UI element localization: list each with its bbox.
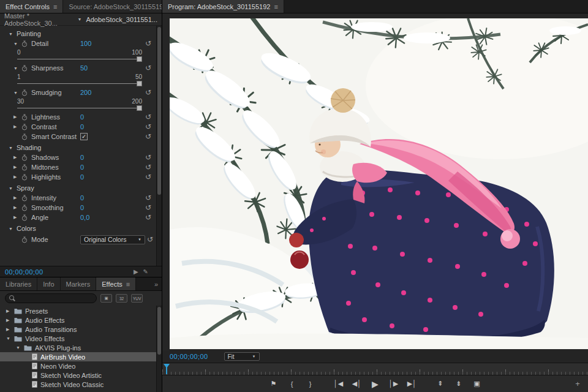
stopwatch-icon[interactable] (21, 124, 31, 130)
param-value[interactable]: 200 (80, 89, 143, 96)
slider-track-row[interactable] (17, 105, 142, 111)
disclosure-triangle-icon[interactable]: ▼ (6, 336, 14, 341)
stopwatch-icon[interactable] (21, 134, 31, 140)
tab-markers[interactable]: Markers (61, 277, 97, 290)
play-icon[interactable]: ▶ (134, 268, 138, 275)
param-row-highlights[interactable]: ▶ Highlights 0 ↺ (0, 172, 156, 182)
tab-program-monitor[interactable]: Program: AdobeStock_301155192 ≡ (162, 0, 284, 13)
panel-menu-icon[interactable]: ≡ (126, 281, 130, 288)
disclosure-triangle-icon[interactable]: ▼ (13, 66, 21, 70)
disclosure-triangle-icon[interactable]: ▼ (9, 227, 17, 231)
fx-tree-item-sketch-video-classic[interactable]: Sketch Video Classic (0, 380, 162, 389)
smart-contrast-checkbox[interactable]: ✓ (80, 133, 88, 140)
param-value[interactable]: 50 (80, 64, 143, 72)
fx-tree-item-airbrush-video[interactable]: AirBrush Video (0, 352, 162, 361)
stopwatch-icon[interactable] (21, 174, 31, 181)
param-row-mode[interactable]: Mode Original Colors ▼ ↺ (0, 233, 156, 246)
panel-overflow-icon[interactable]: » (151, 277, 162, 290)
reset-param-icon[interactable]: ↺ (143, 203, 153, 212)
stopwatch-icon[interactable] (21, 195, 31, 202)
param-row-detail[interactable]: ▼ Detail 100 ↺ (0, 39, 156, 48)
param-value[interactable]: 0 (80, 113, 143, 121)
stopwatch-icon[interactable] (21, 236, 31, 243)
param-row-sharpness[interactable]: ▼ Sharpness 50 ↺ (0, 63, 156, 73)
reset-param-icon[interactable]: ↺ (143, 113, 153, 121)
extract-button[interactable]: ⇟ (451, 378, 466, 390)
stopwatch-icon[interactable] (21, 114, 31, 121)
disclosure-triangle-icon[interactable]: ▼ (13, 42, 21, 46)
stopwatch-icon[interactable] (21, 40, 31, 47)
effects-searchbox[interactable] (5, 293, 97, 303)
disclosure-triangle-icon[interactable]: ▼ (16, 345, 24, 350)
slider-track[interactable] (17, 108, 142, 108)
disclosure-triangle-icon[interactable]: ▶ (6, 318, 14, 323)
mode-select[interactable]: Original Colors ▼ (80, 235, 145, 244)
tab-info[interactable]: Info (37, 277, 60, 290)
param-value[interactable]: 0 (80, 154, 143, 161)
fx-tree-item-audio-effects[interactable]: ▶ Audio Effects (0, 315, 162, 325)
param-row-smudging[interactable]: ▼ Smudging 200 ↺ (0, 88, 156, 97)
disclosure-triangle-icon[interactable]: ▶ (13, 205, 21, 210)
reset-param-icon[interactable]: ↺ (143, 132, 153, 141)
clip-name-label[interactable]: AdobeStock_3011551... (86, 16, 157, 23)
scrollbar-thumb[interactable] (157, 27, 161, 195)
button-editor-button[interactable]: + (572, 378, 583, 390)
param-value[interactable]: 0 (80, 204, 143, 211)
group-row-shading[interactable]: ▼ Shading (0, 143, 156, 153)
slider-track[interactable] (17, 83, 142, 84)
stopwatch-icon[interactable] (21, 164, 31, 171)
disclosure-triangle-icon[interactable]: ▼ (9, 186, 17, 190)
scrollbar-thumb[interactable] (157, 307, 161, 355)
param-value[interactable]: 100 (80, 40, 143, 47)
lift-button[interactable]: ⇞ (432, 378, 448, 390)
fx-tree-item-sketch-video-artistic[interactable]: Sketch Video Artistic (0, 371, 162, 380)
slider-track-row[interactable] (17, 56, 142, 62)
param-row-intensity[interactable]: ▶ Intensity 0 ↺ (0, 193, 156, 203)
disclosure-triangle-icon[interactable]: ▶ (13, 115, 21, 119)
tab-effects[interactable]: Effects ≡ (96, 277, 136, 290)
param-row-midtones[interactable]: ▶ Midtones 0 ↺ (0, 162, 156, 172)
disclosure-triangle-icon[interactable]: ▼ (9, 32, 17, 36)
slider-handle[interactable] (137, 81, 142, 86)
fx-tree-item-presets[interactable]: ▶ Presets (0, 306, 162, 315)
effect-controls-timecode[interactable]: 00;00;00;00 (5, 268, 43, 276)
play-button[interactable]: ▶ (368, 378, 383, 390)
accelerated-effects-badge[interactable]: ▣ (100, 294, 112, 303)
step-forward-button[interactable]: │▶ (386, 378, 401, 390)
clip-disclosure-icon[interactable]: ▼ (77, 17, 81, 21)
tab-source-monitor[interactable]: Source: AdobeStock_301155192.j (63, 0, 162, 13)
zoom-level-select[interactable]: Fit ▼ (224, 352, 260, 361)
stopwatch-icon[interactable] (21, 89, 31, 96)
go-to-out-button[interactable]: ▶│ (404, 378, 420, 390)
panel-menu-icon[interactable]: ≡ (274, 3, 277, 10)
fx-tree-item-audio-transitions[interactable]: ▶ Audio Transitions (0, 325, 162, 334)
playhead[interactable] (164, 364, 171, 375)
reset-param-icon[interactable]: ↺ (143, 153, 153, 162)
param-row-lightness[interactable]: ▶ Lightness 0 ↺ (0, 112, 156, 122)
export-frame-button[interactable]: ▣ (469, 378, 484, 390)
master-clip-label[interactable]: Master * AdobeStock_30... (4, 12, 73, 27)
mark-in-button[interactable]: { (284, 378, 300, 390)
stopwatch-icon[interactable] (21, 214, 31, 221)
fx-tree-item-video-effects[interactable]: ▼ Video Effects (0, 334, 162, 343)
tab-libraries[interactable]: Libraries (0, 277, 37, 290)
disclosure-triangle-icon[interactable]: ▶ (13, 165, 21, 170)
disclosure-triangle-icon[interactable]: ▼ (9, 146, 17, 150)
group-row-colors[interactable]: ▼ Colors (0, 224, 156, 233)
reset-param-icon[interactable]: ↺ (145, 235, 155, 244)
step-back-button[interactable]: ◀│ (349, 378, 364, 390)
pen-icon[interactable]: ✎ (143, 268, 148, 275)
param-row-contrast[interactable]: ▶ Contrast 0 ↺ (0, 122, 156, 132)
fx-tree-item-neon-video[interactable]: Neon Video (0, 361, 162, 371)
stopwatch-icon[interactable] (21, 205, 31, 211)
reset-param-icon[interactable]: ↺ (143, 173, 153, 181)
32bit-color-badge[interactable]: 32 (116, 294, 127, 303)
go-to-in-button[interactable]: │◀ (331, 378, 346, 390)
slider-handle[interactable] (137, 105, 142, 111)
disclosure-triangle-icon[interactable]: ▶ (13, 124, 21, 129)
disclosure-triangle-icon[interactable]: ▶ (13, 175, 21, 179)
search-input[interactable] (18, 295, 92, 302)
disclosure-triangle-icon[interactable]: ▶ (6, 327, 14, 332)
param-value[interactable]: 0,0 (80, 214, 143, 221)
param-value[interactable]: 0 (80, 194, 143, 202)
